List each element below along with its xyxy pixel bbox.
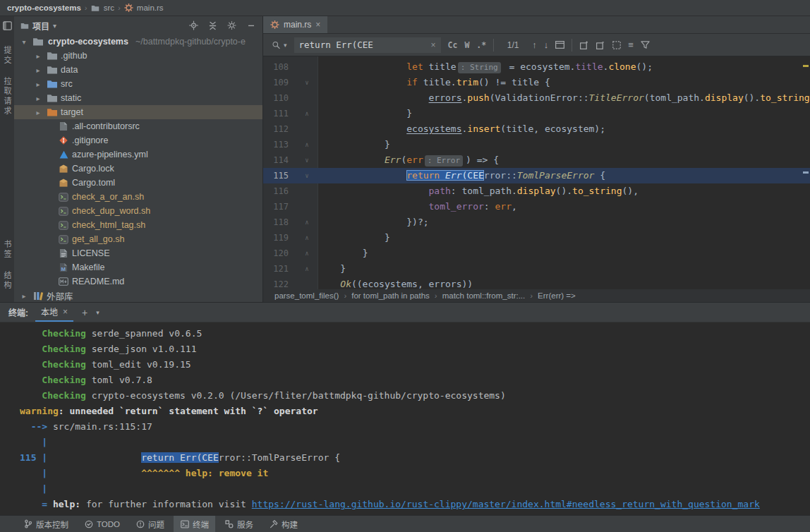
- fold-marker[interactable]: ∧: [296, 230, 318, 246]
- statusbar-item-terminal[interactable]: 终端: [174, 516, 215, 532]
- filter-options-icon[interactable]: ≡: [628, 40, 634, 50]
- fold-marker[interactable]: ∧: [296, 261, 318, 277]
- tree-item-get-all-go-sh[interactable]: get_all_go.sh: [14, 232, 262, 246]
- line-number[interactable]: 120: [263, 246, 296, 261]
- tree-item-cargo-toml[interactable]: Cargo.toml: [14, 176, 262, 190]
- code-line[interactable]: 118∧ })?;: [263, 214, 810, 230]
- tree-item-makefile[interactable]: MMakefile: [14, 260, 262, 274]
- tree-item-static[interactable]: ▸static: [14, 91, 262, 105]
- project-panel-title[interactable]: 项目: [32, 20, 49, 32]
- fold-marker[interactable]: ∨: [296, 168, 318, 183]
- regex-toggle[interactable]: .*: [476, 40, 486, 50]
- code-line[interactable]: 111∧ }: [263, 106, 810, 121]
- editor-breadcrumb-item[interactable]: Err(err) =>: [538, 291, 576, 300]
- code-editor[interactable]: 107 Ok(ecosystem) => {108 let title: Str…: [263, 56, 810, 289]
- tree-item-license[interactable]: LICENSE: [14, 246, 262, 260]
- code-line[interactable]: 116 path: toml_path.display().to_string(…: [263, 183, 810, 199]
- chevron-down-icon[interactable]: ▾: [96, 309, 99, 316]
- editor-breadcrumb-item[interactable]: match toml::from_str:...: [442, 291, 526, 300]
- tree-external-libraries[interactable]: ▸外部库: [14, 289, 262, 302]
- tab-main-rs[interactable]: main.rs ×: [263, 16, 327, 33]
- line-number[interactable]: 116: [263, 183, 296, 199]
- fold-marker[interactable]: ∧: [296, 214, 318, 230]
- editor-breadcrumb-item[interactable]: for toml_path in paths: [351, 291, 430, 300]
- line-number[interactable]: 114: [263, 152, 296, 168]
- tree-item-gitignore[interactable]: .gitignore: [14, 133, 262, 147]
- new-terminal-button[interactable]: +: [82, 307, 87, 318]
- project-tool-window-icon[interactable]: [3, 21, 12, 30]
- tree-item-src[interactable]: ▸src: [14, 77, 262, 91]
- line-number[interactable]: 108: [263, 59, 296, 75]
- tool-window-button-bookmarks[interactable]: 书签: [1, 240, 13, 260]
- code-line[interactable]: 113∧ }: [263, 137, 810, 152]
- line-number[interactable]: 110: [263, 90, 296, 106]
- settings-button[interactable]: [227, 21, 236, 30]
- tree-item-check-dup-word-sh[interactable]: check_dup_word.sh: [14, 204, 262, 218]
- fold-marker[interactable]: ∧: [296, 106, 318, 121]
- statusbar-item-build[interactable]: 构建: [262, 516, 304, 532]
- terminal-output[interactable]: Checking serde_spanned v0.6.5 Checking s…: [0, 322, 810, 515]
- line-number[interactable]: 117: [263, 199, 296, 214]
- words-toggle[interactable]: W: [464, 40, 469, 50]
- code-line[interactable]: 112 ecosystems.insert(title, ecosystem);: [263, 121, 810, 137]
- code-line[interactable]: 120∧ }: [263, 246, 810, 261]
- tree-item-check-a-or-an-sh[interactable]: check_a_or_an.sh: [14, 190, 262, 204]
- line-number[interactable]: 112: [263, 121, 296, 137]
- tree-item-target[interactable]: ▸target: [14, 105, 262, 119]
- fold-marker[interactable]: ∧: [296, 246, 318, 261]
- close-icon[interactable]: ×: [63, 307, 68, 317]
- code-line[interactable]: 114∨ Err(err: Error) => {: [263, 152, 810, 168]
- line-number[interactable]: 122: [263, 277, 296, 289]
- statusbar-item-problems[interactable]: 问题: [129, 516, 171, 532]
- line-number[interactable]: 109: [263, 75, 296, 90]
- line-number[interactable]: 119: [263, 230, 296, 246]
- breadcrumb-item-src[interactable]: src: [104, 4, 114, 12]
- chevron-down-icon[interactable]: ▾: [53, 22, 56, 30]
- code-line[interactable]: 122 Ok((ecosystems, errors)): [263, 277, 810, 289]
- code-line[interactable]: 110 errors.push(ValidationError::TitleEr…: [263, 90, 810, 106]
- terminal-link[interactable]: https://rust-lang.github.io/rust-clippy/…: [252, 499, 760, 509]
- editor-breadcrumb-item[interactable]: parse_toml_files(): [274, 291, 339, 300]
- add-occurrence-icon[interactable]: [579, 40, 588, 49]
- code-line[interactable]: 117 toml_error: err,: [263, 199, 810, 214]
- line-number[interactable]: 121: [263, 261, 296, 277]
- line-number[interactable]: 113: [263, 137, 296, 152]
- fold-marker[interactable]: ∨: [296, 152, 318, 168]
- fold-marker[interactable]: ∨: [296, 75, 318, 90]
- line-number[interactable]: 118: [263, 214, 296, 230]
- tool-window-button-structure[interactable]: 结构: [1, 271, 13, 291]
- tree-item-data[interactable]: ▸data: [14, 63, 262, 77]
- tree-item-github[interactable]: ▸.github: [14, 49, 262, 63]
- close-icon[interactable]: ×: [315, 20, 320, 30]
- search-history-chevron-icon[interactable]: ▾: [284, 42, 287, 49]
- tree-item-readme-md[interactable]: README.md: [14, 274, 262, 289]
- code-line[interactable]: 115∨ return Err(CEError::TomlParseError …: [263, 168, 810, 183]
- tree-item-check-html-tag-sh[interactable]: check_html_tag.sh: [14, 218, 262, 232]
- line-number[interactable]: 111: [263, 106, 296, 121]
- search-input[interactable]: return Err(CEE ×: [294, 37, 441, 53]
- locate-button[interactable]: [189, 21, 198, 30]
- tool-window-button-commit[interactable]: 提交: [1, 46, 13, 66]
- tree-item-azure-pipelines-yml[interactable]: azure-pipelines.yml: [14, 147, 262, 162]
- select-all-occurrences-icon[interactable]: [612, 40, 621, 49]
- tool-window-button-pull-requests[interactable]: 拉取请求: [1, 77, 13, 116]
- statusbar-item-services[interactable]: 服务: [218, 516, 260, 532]
- breadcrumb-item-crypto-ecosystems[interactable]: crypto-ecosystems: [7, 4, 81, 12]
- terminal-tab-local[interactable]: 本地 ×: [35, 303, 73, 322]
- hide-panel-button[interactable]: [246, 21, 255, 30]
- collapse-all-button[interactable]: [208, 21, 217, 30]
- code-line[interactable]: 119∧ }: [263, 230, 810, 246]
- open-in-find-window-icon[interactable]: [555, 40, 564, 49]
- next-match-button[interactable]: ↓: [544, 40, 549, 50]
- remove-occurrence-icon[interactable]: [596, 40, 605, 49]
- statusbar-item-version-control[interactable]: 版本控制: [17, 516, 75, 532]
- code-line[interactable]: 109∨ if title.trim() != title {: [263, 75, 810, 90]
- clear-search-icon[interactable]: ×: [431, 40, 436, 50]
- line-number[interactable]: 115: [263, 168, 296, 183]
- code-line[interactable]: 121∧ }: [263, 261, 810, 277]
- statusbar-item-todo[interactable]: TODO: [78, 516, 126, 532]
- tree-item-all-contributorsrc[interactable]: .all-contributorsrc: [14, 119, 262, 133]
- previous-match-button[interactable]: ↑: [532, 40, 537, 50]
- breadcrumb-item-main-rs[interactable]: main.rs: [137, 4, 164, 12]
- tree-item-cargo-lock[interactable]: Cargo.lock: [14, 162, 262, 176]
